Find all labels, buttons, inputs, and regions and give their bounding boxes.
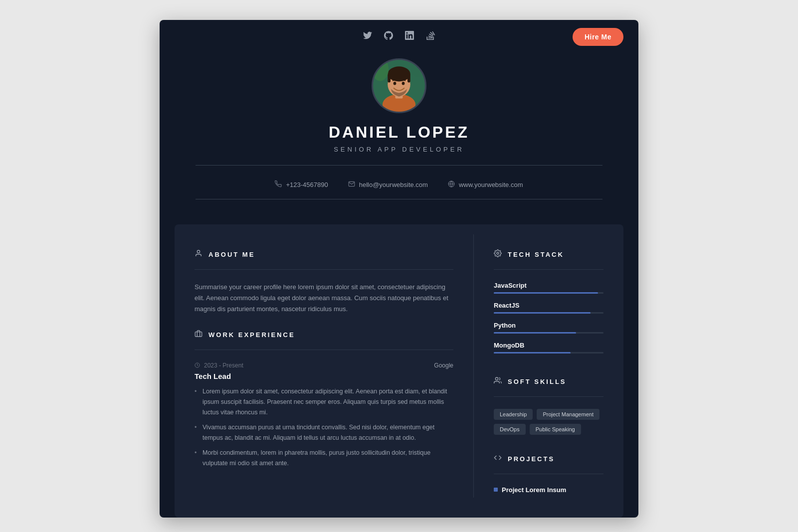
profile-header: DANIEL LOPEZ SENIOR APP DEVELOPER +123-4…: [160, 53, 638, 224]
projects-list: Project Lorem Insum: [494, 486, 603, 494]
linkedin-link[interactable]: [405, 31, 414, 42]
right-column: TECH STACK JavaScript ReactJS Python Mon…: [474, 234, 603, 498]
work-exp-title: WORK EXPERIENCE: [208, 331, 295, 339]
project-name: Project Lorem Insum: [502, 486, 566, 494]
twitter-link[interactable]: [363, 31, 372, 42]
tech-divider: [494, 269, 603, 270]
work-exp-header: WORK EXPERIENCE: [195, 315, 453, 340]
tech-name: ReactJS: [494, 302, 603, 309]
job-company-0: Google: [434, 362, 453, 369]
job-date-0: 2023 - Present: [195, 362, 243, 369]
job-bullets-0: Lorem ipsum dolor sit amet, consectetur …: [195, 386, 453, 468]
email-text: hello@yourwebsite.com: [359, 181, 428, 188]
job-bullet-0-0: Lorem ipsum dolor sit amet, consectetur …: [195, 386, 453, 417]
tech-item: Python: [494, 322, 603, 334]
hire-me-button[interactable]: Hire Me: [573, 28, 623, 46]
contact-row: +123-4567890 hello@yourwebsite.com www.y…: [275, 176, 523, 199]
globe-icon: [448, 180, 455, 189]
profile-job-title: SENIOR APP DEVELOPER: [334, 146, 464, 153]
skills-grid: LeadershipProject ManagementDevOpsPublic…: [494, 409, 603, 435]
job-entry-0: 2023 - Present Google Tech Lead Lorem ip…: [195, 362, 453, 468]
about-me-title: ABOUT ME: [208, 251, 255, 258]
project-item: Project Lorem Insum: [494, 486, 603, 494]
briefcase-icon: [195, 330, 202, 340]
svg-rect-15: [195, 332, 201, 337]
job-bullet-0-1: Vivamus accumsan purus at urna tincidunt…: [195, 422, 453, 443]
gear-icon: [494, 249, 502, 259]
code-icon: [494, 454, 502, 464]
tech-item: JavaScript: [494, 282, 603, 294]
clock-icon: [195, 362, 200, 369]
projects-title: PROJECTS: [508, 455, 555, 463]
work-divider: [195, 350, 453, 350]
tech-bar-fill: [494, 332, 576, 334]
svg-point-17: [497, 252, 499, 254]
phone-icon: [275, 180, 282, 189]
contact-divider: [196, 199, 602, 199]
nav-icons: [363, 31, 435, 42]
about-me-header: ABOUT ME: [195, 234, 453, 259]
stackoverflow-link[interactable]: [426, 31, 435, 42]
website-text: www.yourwebsite.com: [459, 181, 523, 188]
contact-website: www.yourwebsite.com: [448, 180, 523, 189]
tech-bar-bg: [494, 292, 603, 294]
svg-point-8: [394, 82, 397, 85]
svg-point-9: [402, 82, 405, 85]
github-link[interactable]: [384, 31, 393, 42]
tech-stack-title: TECH STACK: [508, 251, 564, 258]
phone-text: +123-4567890: [286, 181, 328, 188]
project-dot: [494, 488, 498, 492]
navbar: Hire Me: [160, 20, 638, 53]
contact-phone: +123-4567890: [275, 180, 328, 189]
job-meta-0: 2023 - Present Google: [195, 362, 453, 369]
tech-bar-bg: [494, 332, 603, 334]
skill-tag: Leadership: [494, 409, 533, 420]
skill-tag: Public Speaking: [530, 424, 581, 435]
avatar: [372, 58, 426, 113]
tech-name: Python: [494, 322, 603, 329]
person-icon: [195, 249, 202, 259]
tech-item: ReactJS: [494, 302, 603, 314]
projects-divider: [494, 474, 603, 474]
soft-skills-title: SOFT SKILLS: [508, 378, 567, 385]
main-content: ABOUT ME Summarise your career profile h…: [175, 224, 623, 518]
skills-divider: [494, 396, 603, 397]
tech-bar-fill: [494, 352, 571, 354]
tech-item: MongoDB: [494, 342, 603, 354]
users-icon: [494, 376, 502, 386]
contact-email: hello@yourwebsite.com: [348, 180, 428, 189]
tech-stack-list: JavaScript ReactJS Python MongoDB: [494, 282, 603, 354]
job-role-0: Tech Lead: [195, 372, 453, 380]
left-column: ABOUT ME Summarise your career profile h…: [195, 234, 474, 498]
soft-skills-header: SOFT SKILLS: [494, 361, 603, 386]
tech-name: JavaScript: [494, 282, 603, 289]
svg-rect-7: [407, 74, 410, 82]
tech-bar-bg: [494, 352, 603, 354]
svg-point-14: [197, 250, 200, 253]
header-divider: [196, 165, 602, 166]
about-text: Summarise your career profile here lorem…: [195, 282, 453, 315]
email-icon: [348, 180, 355, 189]
job-bullet-0-2: Morbi condimentum, lorem in pharetra mol…: [195, 448, 453, 468]
skill-tag: DevOps: [494, 424, 526, 435]
svg-rect-6: [388, 74, 391, 82]
tech-name: MongoDB: [494, 342, 603, 349]
job-date-text-0: 2023 - Present: [204, 362, 243, 369]
svg-point-5: [388, 66, 410, 81]
projects-header: PROJECTS: [494, 439, 603, 464]
tech-bar-fill: [494, 292, 598, 294]
skill-tag: Project Management: [537, 409, 599, 420]
tech-bar-bg: [494, 312, 603, 314]
page-wrapper: Hire Me: [160, 20, 638, 518]
tech-stack-header: TECH STACK: [494, 234, 603, 259]
svg-point-18: [495, 377, 498, 380]
about-divider: [195, 269, 453, 270]
profile-name: DANIEL LOPEZ: [329, 123, 469, 142]
tech-bar-fill: [494, 312, 591, 314]
